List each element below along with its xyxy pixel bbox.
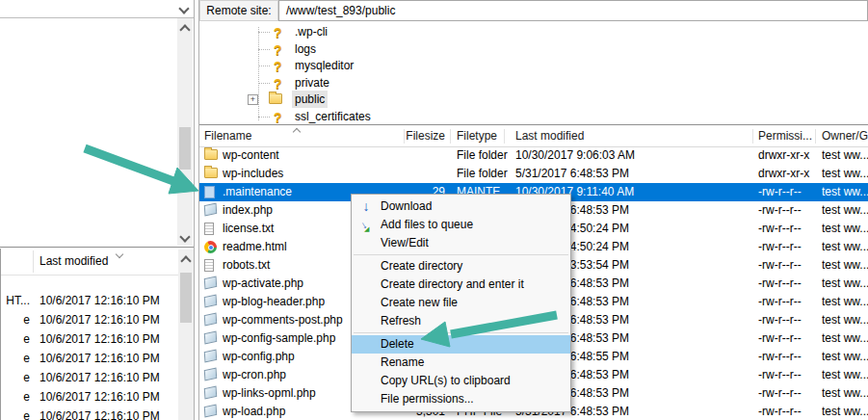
local-file-row[interactable]: e10/6/2017 12:16:10 PM: [1, 330, 165, 349]
local-site-combo[interactable]: [0, 0, 194, 18]
permissions-cell: -rw-r--r--: [758, 329, 820, 348]
scrollbar-thumb[interactable]: [180, 273, 192, 323]
tree-item-label[interactable]: ssl_certificates: [292, 108, 374, 124]
menu-item-label: Create new file: [381, 294, 570, 312]
owner-cell: test ww...: [822, 238, 868, 256]
tree-item-logs[interactable]: ?logs: [199, 40, 868, 58]
column-divider[interactable]: [450, 129, 451, 144]
file-icon-cell: [204, 241, 221, 254]
tree-connector-stub: [258, 117, 270, 118]
column-divider[interactable]: [404, 129, 405, 144]
question-folder-icon: ?: [274, 109, 282, 124]
tree-item-public[interactable]: +public: [199, 91, 868, 108]
filetype-fragment-cell: e: [1, 388, 30, 407]
php-file-icon: [204, 276, 217, 290]
menu-item-create-directory[interactable]: Create directory: [352, 257, 570, 276]
column-header-owner-group[interactable]: Owner/G...: [822, 126, 868, 146]
question-folder-icon: ?: [274, 75, 282, 92]
remote-site-path-input[interactable]: /www/test_893/public: [278, 0, 868, 21]
file-icon-cell: [204, 351, 221, 364]
pane-splitter[interactable]: [194, 0, 195, 420]
owner-cell: test ww...: [822, 329, 868, 348]
menu-item-view-edit[interactable]: View/Edit: [352, 234, 570, 252]
local-lower-scrollbar[interactable]: [178, 249, 194, 420]
column-divider[interactable]: [815, 129, 816, 144]
scroll-up-button[interactable]: [177, 20, 193, 36]
menu-item-download[interactable]: Download: [352, 197, 570, 216]
last-modified-cell: 10/6/2017 12:16:10 PM: [39, 330, 160, 349]
scrollbar-thumb[interactable]: [179, 127, 191, 170]
tree-connector-stub: [258, 83, 270, 84]
owner-cell: test ww...: [822, 403, 868, 420]
chevron-up-icon: [179, 24, 190, 35]
tree-item-ssl-certificates[interactable]: ?ssl_certificates: [199, 108, 868, 124]
column-header-permissions[interactable]: Permissi...: [758, 126, 812, 146]
chevron-down-icon[interactable]: [178, 3, 189, 13]
column-header-filetype[interactable]: Filetype: [457, 126, 497, 146]
tree-item-label[interactable]: mysqleditor: [292, 57, 356, 74]
column-header-filesize[interactable]: Filesize: [398, 126, 445, 146]
filetype-fragment-cell: e: [1, 350, 30, 368]
file-icon-cell: [204, 223, 221, 236]
tree-item--wp-cli[interactable]: ?.wp-cli: [199, 23, 868, 40]
permissions-cell: -rw-r--r--: [758, 183, 820, 201]
context-menu: DownloadAdd files to queueView/EditCreat…: [351, 194, 571, 412]
scroll-down-button[interactable]: [177, 230, 193, 246]
local-file-row[interactable]: e10/6/2017 12:16:10 PM: [1, 311, 165, 329]
last-modified-cell: 10/30/2017 9:06:03 AM: [515, 146, 679, 165]
remote-directory-tree: ?.wp-cli?logs?mysqleditor?private+public…: [199, 22, 868, 123]
permissions-cell: -rw-r--r--: [758, 293, 820, 311]
permissions-cell: -rw-r--r--: [758, 366, 820, 384]
menu-item-create-new-file[interactable]: Create new file: [352, 294, 570, 312]
filetype-cell: File folder: [457, 146, 514, 165]
menu-item-copy-url-s-to-clipboard[interactable]: Copy URL(s) to clipboard: [352, 372, 570, 390]
permissions-cell: -rw-r--r--: [758, 384, 820, 403]
tree-item-label[interactable]: private: [292, 74, 332, 92]
owner-cell: test ww...: [822, 293, 868, 311]
local-pane-scrollbar[interactable]: [177, 18, 193, 246]
column-divider[interactable]: [33, 250, 34, 273]
owner-cell: test ww...: [822, 165, 868, 183]
local-list-header[interactable]: Last modified: [1, 249, 195, 276]
tree-item-label[interactable]: logs: [292, 40, 319, 58]
tree-item-mysqleditor[interactable]: ?mysqleditor: [199, 57, 868, 74]
file-icon-cell: [204, 168, 221, 181]
question-folder-icon: ?: [274, 58, 282, 75]
menu-item-file-permissions[interactable]: File permissions...: [352, 390, 570, 408]
permissions-cell: -rw-r--r--: [758, 311, 820, 329]
menu-item-rename[interactable]: Rename: [352, 354, 570, 372]
tree-expander-plus-icon[interactable]: +: [248, 94, 258, 105]
tree-item-label[interactable]: .wp-cli: [292, 23, 330, 40]
owner-cell: test ww...: [822, 146, 868, 165]
php-file-icon: [204, 368, 217, 381]
scroll-up-button[interactable]: [178, 251, 194, 267]
file-row-wp-includes[interactable]: wp-includesFile folder5/31/2017 6:48:53 …: [199, 165, 868, 183]
local-file-row[interactable]: HT...10/6/2017 12:16:10 PM: [1, 292, 165, 310]
column-divider[interactable]: [752, 129, 753, 144]
filesize-cell: [398, 146, 445, 165]
menu-item-add-files-to-queue[interactable]: Add files to queue: [352, 216, 570, 234]
column-divider[interactable]: [504, 129, 505, 144]
filetype-cell: File folder: [457, 165, 514, 183]
local-last-modified-header[interactable]: Last modified: [39, 249, 108, 275]
menu-separator: [354, 332, 568, 333]
local-file-row[interactable]: e10/6/2017 12:16:10 PM: [1, 407, 165, 420]
menu-item-delete[interactable]: Delete: [352, 335, 570, 354]
tree-item-label[interactable]: public: [292, 91, 328, 108]
local-file-row[interactable]: e10/6/2017 12:16:10 PM: [1, 350, 165, 368]
last-modified-cell: 5/31/2017 6:48:53 PM: [515, 165, 679, 183]
menu-separator: [354, 254, 568, 255]
menu-item-label: Create directory: [381, 257, 570, 276]
file-row-wp-content[interactable]: wp-contentFile folder10/30/2017 9:06:03 …: [199, 146, 868, 165]
menu-item-create-directory-and-enter-it[interactable]: Create directory and enter it: [352, 276, 570, 294]
text-file-icon: [204, 223, 214, 235]
local-file-row[interactable]: e10/6/2017 12:16:10 PM: [1, 369, 165, 387]
tree-item-private[interactable]: ?private: [199, 74, 868, 92]
owner-cell: test ww...: [822, 220, 868, 238]
menu-item-label: Download: [381, 197, 570, 216]
local-file-row[interactable]: e10/6/2017 12:16:10 PM: [1, 388, 165, 407]
menu-item-refresh[interactable]: Refresh: [352, 312, 570, 330]
column-header-filename[interactable]: Filename: [204, 126, 251, 146]
php-file-icon: [204, 386, 217, 400]
column-header-last-modified[interactable]: Last modified: [515, 126, 584, 146]
